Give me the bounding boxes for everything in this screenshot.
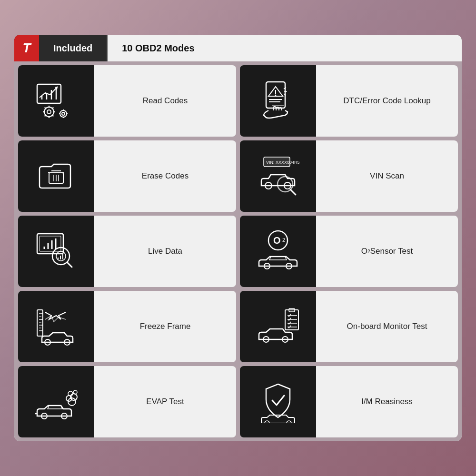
svg-point-16 xyxy=(60,110,67,117)
svg-text:O: O xyxy=(273,235,281,246)
feature-read-codes: Read Codes xyxy=(18,65,236,137)
features-grid: Read Codes xyxy=(14,61,462,441)
live-data-label: Live Data xyxy=(94,216,236,287)
svg-rect-45 xyxy=(40,236,61,251)
evap-test-label: EVAP Test xyxy=(94,366,236,437)
feature-freeze-frame: Freeze Frame xyxy=(18,291,236,362)
main-container: T Included 10 OBD2 Modes xyxy=(14,35,462,441)
svg-point-26 xyxy=(275,95,277,96)
im-readiness-label: I/M Reasiness xyxy=(316,366,458,437)
feature-vin-scan: VIN: XXXX004R58L VIN Scan xyxy=(240,140,458,212)
dtc-lookup-icon xyxy=(240,65,316,137)
svg-point-7 xyxy=(47,110,51,114)
brand-logo: T xyxy=(14,35,39,61)
freeze-frame-label: Freeze Frame xyxy=(94,291,236,362)
svg-point-17 xyxy=(62,112,65,115)
svg-line-15 xyxy=(45,115,46,117)
svg-text:VIN: XXXX004R58L: VIN: XXXX004R58L xyxy=(266,160,299,165)
svg-text:2: 2 xyxy=(282,237,285,243)
feature-onboard-monitor: On-board Monitor Test xyxy=(240,291,458,362)
erase-codes-icon xyxy=(18,140,94,212)
onboard-monitor-label: On-board Monitor Test xyxy=(316,291,458,362)
im-readiness-icon xyxy=(240,366,316,437)
read-codes-label: Read Codes xyxy=(94,65,236,137)
evap-test-icon xyxy=(18,366,94,437)
vin-scan-label: VIN Scan xyxy=(316,140,458,212)
feature-live-data: Live Data xyxy=(18,216,236,287)
vin-scan-icon: VIN: XXXX004R58L xyxy=(240,140,316,212)
feature-dtc-lookup: DTC/Error Code Lookup xyxy=(240,65,458,137)
feature-evap-test: EVAP Test xyxy=(18,366,236,437)
onboard-monitor-icon xyxy=(240,291,316,362)
o2-sensor-label: O2 Sensor Test xyxy=(316,216,458,287)
o2-sensor-icon: O 2 xyxy=(240,216,316,287)
modes-label: 10 OBD2 Modes xyxy=(108,35,462,61)
svg-line-14 xyxy=(52,108,54,109)
svg-line-55 xyxy=(67,262,72,267)
live-data-icon xyxy=(18,216,94,287)
svg-line-43 xyxy=(290,189,296,195)
feature-erase-codes: Erase Codes xyxy=(18,140,236,212)
logo-letter: T xyxy=(22,40,30,56)
feature-im-readiness: I/M Reasiness xyxy=(240,366,458,437)
feature-o2-sensor: O 2 O2 Sensor Test xyxy=(240,216,458,287)
svg-rect-44 xyxy=(37,234,63,254)
dtc-lookup-label: DTC/Error Code Lookup xyxy=(316,65,458,137)
svg-line-13 xyxy=(52,115,54,117)
header: T Included 10 OBD2 Modes xyxy=(14,35,462,61)
erase-codes-label: Erase Codes xyxy=(94,140,236,212)
included-label: Included xyxy=(39,35,108,61)
freeze-frame-icon xyxy=(18,291,94,362)
svg-line-12 xyxy=(45,108,46,109)
read-codes-icon xyxy=(18,65,94,137)
